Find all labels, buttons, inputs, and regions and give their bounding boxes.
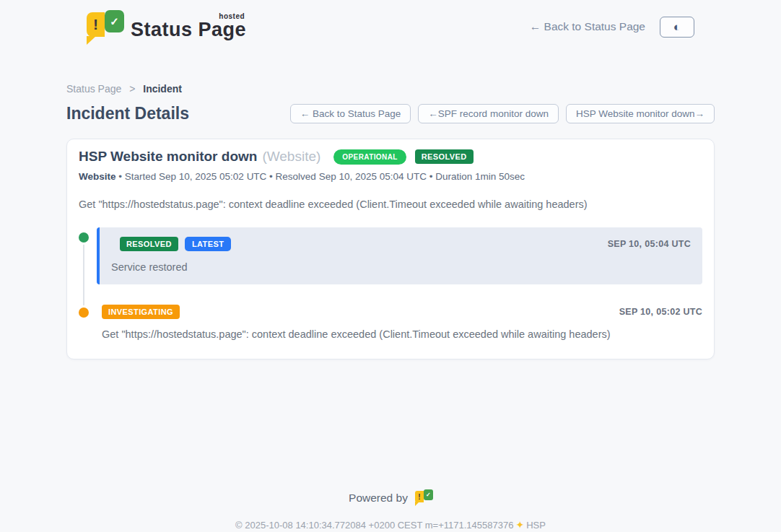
logo-check-glyph: ✓ (424, 489, 433, 500)
copyright-text: © 2025-10-08 14:10:34.772084 +0200 CEST … (235, 520, 513, 531)
incident-meta-component: Website (79, 171, 116, 182)
half-circle-icon: ◐ (673, 21, 681, 33)
timeline-message: Get "https://hostedstatus.page": context… (102, 328, 702, 340)
statuspage-logo[interactable]: ! ✓ Status Page hosted (87, 10, 246, 43)
incident-meta: Website • Started Sep 10, 2025 05:02 UTC… (79, 171, 702, 182)
previous-incident-button[interactable]: ←SPF record monitor down (418, 104, 559, 123)
header: ! ✓ Status Page hosted ← Back to Status … (66, 0, 715, 43)
timeline-update-resolved: RESOLVED LATEST SEP 10, 05:04 UTC Servic… (97, 227, 702, 284)
statuspage-logo-icon: ! ✓ (87, 10, 123, 43)
copyright-line: © 2025-10-08 14:10:34.772084 +0200 CEST … (66, 519, 715, 531)
breadcrumb-root[interactable]: Status Page (66, 83, 121, 95)
logo-check-glyph: ✓ (105, 10, 124, 32)
next-incident-button[interactable]: HSP Website monitor down→ (566, 104, 715, 123)
logo-bubble-tail (415, 502, 419, 506)
header-back-link[interactable]: ← Back to Status Page (530, 20, 645, 33)
title-row: Incident Details ← Back to Status Page ←… (66, 104, 715, 123)
statuspage-mini-logo-icon[interactable]: ! ✓ (415, 489, 432, 507)
timeline-item-resolved: RESOLVED LATEST SEP 10, 05:04 UTC Servic… (79, 227, 702, 284)
timeline-update-head: RESOLVED LATEST SEP 10, 05:04 UTC (111, 237, 691, 251)
incident-component: (Website) (262, 149, 320, 165)
footer: Powered by ! ✓ © 2025-10-08 14:10:34.772… (66, 489, 715, 531)
back-to-status-page-button[interactable]: ← Back to Status Page (290, 104, 411, 123)
breadcrumb-separator: > (129, 83, 135, 95)
operational-status-badge: OPERATIONAL (333, 149, 406, 165)
header-right: ← Back to Status Page ◐ (530, 17, 694, 38)
logo-title-text: Status Page (131, 19, 246, 40)
powered-by: Powered by ! ✓ (66, 489, 715, 507)
incident-title: HSP Website monitor down (79, 149, 257, 165)
timeline-dot-resolved (79, 232, 89, 243)
resolved-badge: RESOLVED (120, 237, 178, 251)
incident-nav-buttons: ← Back to Status Page ←SPF record monito… (290, 104, 715, 123)
logo-bubble-tail (87, 36, 96, 45)
logo-exclamation-glyph: ! (87, 12, 105, 37)
timeline-timestamp: SEP 10, 05:04 UTC (608, 239, 691, 249)
main-content: Status Page > Incident Incident Details … (66, 83, 715, 531)
logo-superscript: hosted (219, 12, 245, 20)
investigating-badge: INVESTIGATING (102, 305, 180, 319)
powered-by-label: Powered by (349, 492, 408, 505)
timeline-item-investigating: INVESTIGATING SEP 10, 05:02 UTC Get "htt… (79, 305, 702, 340)
copyright-suffix: HSP (526, 520, 546, 531)
resolved-state-badge: RESOLVED (415, 149, 474, 164)
latest-badge: LATEST (185, 237, 231, 251)
page-title: Incident Details (66, 104, 189, 123)
theme-toggle-button[interactable]: ◐ (660, 17, 694, 38)
breadcrumb: Status Page > Incident (66, 83, 715, 95)
logo-exclamation-glyph: ! (415, 491, 424, 502)
incident-card: HSP Website monitor down (Website) OPERA… (66, 139, 715, 359)
incident-meta-details: • Started Sep 10, 2025 05:02 UTC • Resol… (116, 171, 525, 182)
incident-description: Get "https://hostedstatus.page": context… (79, 199, 702, 210)
logo-title: Status Page hosted (131, 19, 246, 41)
timeline-badges: INVESTIGATING (102, 305, 180, 319)
timeline-timestamp: SEP 10, 05:02 UTC (619, 307, 702, 317)
timeline-badges: RESOLVED LATEST (111, 237, 231, 251)
breadcrumb-current: Incident (143, 83, 182, 95)
timeline-dot-investigating (79, 308, 89, 318)
sparkle-icon: ✦ (515, 519, 524, 531)
incident-card-title-row: HSP Website monitor down (Website) OPERA… (79, 149, 702, 165)
incident-timeline: RESOLVED LATEST SEP 10, 05:04 UTC Servic… (79, 227, 702, 340)
timeline-message: Service restored (111, 261, 691, 273)
timeline-update-head: INVESTIGATING SEP 10, 05:02 UTC (102, 305, 702, 319)
